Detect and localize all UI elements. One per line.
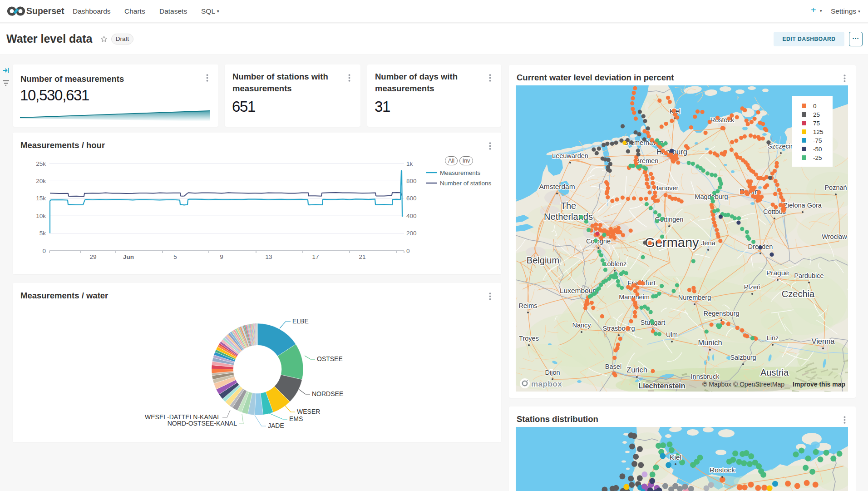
svg-text:NORD-OSTSEE-KANAL: NORD-OSTSEE-KANAL <box>168 420 237 427</box>
svg-text:25k: 25k <box>36 160 46 167</box>
svg-text:Hanover: Hanover <box>654 184 679 192</box>
svg-text:Amsterdam: Amsterdam <box>539 183 575 190</box>
svg-text:Kiel: Kiel <box>670 453 681 461</box>
svg-text:Linz: Linz <box>767 334 779 342</box>
svg-text:Szczecin: Szczecin <box>768 143 794 150</box>
svg-text:Poznań: Poznań <box>824 184 847 191</box>
svg-text:Koblenz: Koblenz <box>603 260 626 268</box>
svg-text:Zielona Góra: Zielona Góra <box>784 202 822 209</box>
svg-text:Jena: Jena <box>701 239 715 247</box>
svg-text:Salzburg: Salzburg <box>730 354 756 361</box>
svg-text:29: 29 <box>89 253 96 260</box>
svg-text:Ulm: Ulm <box>666 331 678 338</box>
svg-text:0: 0 <box>42 248 46 254</box>
svg-text:Rostock: Rostock <box>710 466 735 474</box>
svg-text:Nancy: Nancy <box>572 322 591 329</box>
svg-text:Wrocław: Wrocław <box>822 233 847 240</box>
svg-text:125: 125 <box>813 129 824 135</box>
svg-text:Improve this map: Improve this map <box>793 381 845 388</box>
svg-text:Zurich: Zurich <box>626 366 647 374</box>
svg-text:Cologne: Cologne <box>586 238 611 245</box>
svg-text:Vienna: Vienna <box>811 337 835 345</box>
svg-text:1k: 1k <box>406 160 413 167</box>
svg-text:Troyes: Troyes <box>519 335 539 342</box>
svg-text:Leeuwarden: Leeuwarden <box>552 152 588 159</box>
svg-text:Reims: Reims <box>518 302 537 309</box>
svg-text:Bremen: Bremen <box>636 157 659 164</box>
svg-text:200: 200 <box>406 230 417 237</box>
svg-text:Prague: Prague <box>766 269 789 277</box>
svg-text:25: 25 <box>813 111 820 118</box>
svg-text:EMS: EMS <box>289 415 303 422</box>
svg-text:Strasbourg: Strasbourg <box>603 325 635 332</box>
svg-text:OSTSEE: OSTSEE <box>317 355 343 362</box>
svg-text:Pardubice: Pardubice <box>794 272 824 279</box>
svg-text:WESEL-DATTELN-KANAL: WESEL-DATTELN-KANAL <box>145 413 221 421</box>
svg-text:Plzeň: Plzeň <box>744 283 760 291</box>
svg-text:Basel: Basel <box>605 363 621 370</box>
svg-text:9: 9 <box>220 253 223 260</box>
svg-text:0: 0 <box>406 248 410 254</box>
svg-text:© Mapbox © OpenStreetMap: © Mapbox © OpenStreetMap <box>702 381 784 388</box>
svg-text:Measurements: Measurements <box>440 169 481 176</box>
svg-text:600: 600 <box>406 195 417 202</box>
svg-text:Belgium: Belgium <box>527 255 559 265</box>
svg-text:-75: -75 <box>813 137 822 144</box>
svg-text:Dijon: Dijon <box>545 369 560 376</box>
svg-text:17: 17 <box>312 253 319 260</box>
svg-text:Liechtenstein: Liechtenstein <box>638 382 685 390</box>
svg-text:10k: 10k <box>36 213 46 219</box>
svg-text:400: 400 <box>406 213 417 219</box>
svg-text:NORDSEE: NORDSEE <box>312 390 343 397</box>
svg-text:Munich: Munich <box>698 338 722 347</box>
svg-text:15k: 15k <box>36 195 46 202</box>
svg-text:-25: -25 <box>813 154 822 161</box>
svg-text:21: 21 <box>359 253 365 260</box>
svg-text:13: 13 <box>265 253 272 260</box>
svg-text:5k: 5k <box>39 230 46 237</box>
svg-text:Jun: Jun <box>123 253 134 260</box>
svg-text:JADE: JADE <box>268 422 284 429</box>
svg-text:Regensburg: Regensburg <box>704 310 740 317</box>
svg-text:Nuremberg: Nuremberg <box>678 294 711 301</box>
svg-text:800: 800 <box>406 178 417 184</box>
svg-text:75: 75 <box>813 120 820 127</box>
svg-text:Number of stations: Number of stations <box>440 180 492 187</box>
svg-text:5: 5 <box>173 253 177 260</box>
svg-text:The: The <box>561 201 576 211</box>
svg-text:Germany: Germany <box>645 235 699 250</box>
svg-text:20k: 20k <box>36 178 46 184</box>
svg-text:Czechia: Czechia <box>782 289 815 299</box>
svg-text:mapbox: mapbox <box>531 380 562 388</box>
svg-text:Innsbruck: Innsbruck <box>691 373 720 380</box>
svg-text:0: 0 <box>813 103 817 109</box>
svg-text:ELBE: ELBE <box>292 317 309 325</box>
svg-text:Austria: Austria <box>760 367 789 377</box>
svg-text:Rostock: Rostock <box>710 116 735 124</box>
svg-text:WESER: WESER <box>297 408 320 415</box>
svg-text:-50: -50 <box>813 146 822 153</box>
